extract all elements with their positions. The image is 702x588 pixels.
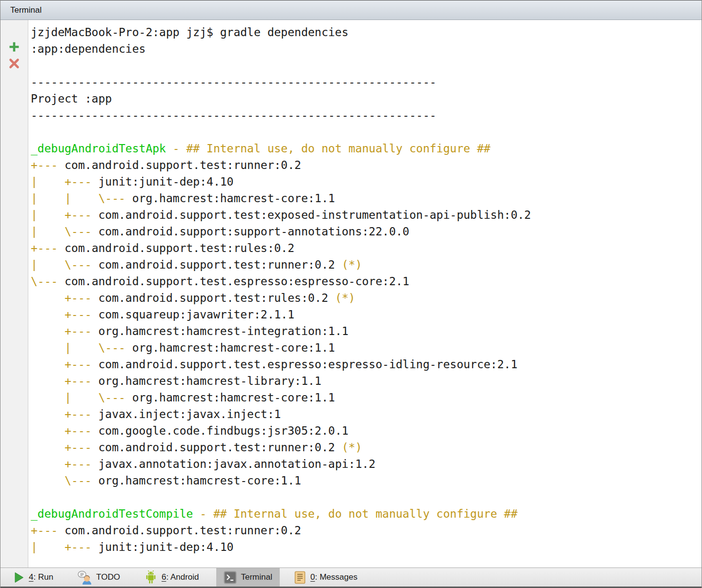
terminal-line: +--- com.android.support.test:runner:0.2: [31, 522, 702, 539]
terminal-button-label: Terminal: [241, 572, 272, 582]
terminal-line: | \--- org.hamcrest:hamcrest-core:1.1: [31, 389, 702, 406]
terminal-line: | | \--- org.hamcrest:hamcrest-core:1.1: [31, 190, 702, 207]
tool-window-title: Terminal: [10, 5, 41, 15]
terminal-line: :app:dependencies: [31, 41, 702, 57]
terminal-line: +--- com.android.support.test:runner:0.2…: [31, 439, 702, 456]
terminal-line: \--- com.android.support.test.espresso:e…: [31, 273, 702, 290]
terminal-side-toolbar: [0, 20, 28, 567]
messages-icon: [294, 571, 306, 584]
toolwindow-button-terminal[interactable]: Terminal: [216, 568, 280, 587]
terminal-line: ----------------------------------------…: [31, 74, 702, 90]
tool-window-body: jzjdeMacBook-Pro-2:app jzj$ gradle depen…: [0, 20, 702, 567]
terminal-line: +--- javax.inject:javax.inject:1: [31, 406, 702, 422]
toolwindow-button-messages[interactable]: 0: Messages: [287, 568, 365, 587]
terminal-line: | \--- com.android.support.test:runner:0…: [31, 256, 702, 273]
toolwindow-button-todo[interactable]: TODO: [70, 568, 127, 587]
terminal-line: [31, 57, 702, 74]
terminal-line: | +--- junit:junit-dep:4.10: [31, 539, 702, 555]
terminal-line: +--- com.android.support.test:rules:0.2: [31, 240, 702, 256]
toolwindow-button-run[interactable]: 4: Run: [5, 568, 61, 587]
terminal-line: +--- org.hamcrest:hamcrest-library:1.1: [31, 373, 702, 389]
terminal-line: _debugAndroidTestCompile - ## Internal u…: [31, 505, 702, 522]
terminal-line: | \--- com.android.support:support-annot…: [31, 223, 702, 240]
terminal-line: +--- org.hamcrest:hamcrest-integration:1…: [31, 323, 702, 339]
terminal-line: jzjdeMacBook-Pro-2:app jzj$ gradle depen…: [31, 24, 702, 41]
run-button-label: 4: Run: [29, 572, 53, 582]
android-icon: [145, 570, 157, 584]
terminal-icon: [224, 571, 237, 584]
tool-window-header: Terminal: [0, 0, 702, 20]
terminal-line: [31, 489, 702, 505]
todo-icon: [78, 570, 92, 585]
new-session-button[interactable]: [7, 40, 21, 54]
messages-button-label: 0: Messages: [310, 572, 357, 582]
terminal-line: +--- com.google.code.findbugs:jsr305:2.0…: [31, 422, 702, 439]
terminal-line: +--- javax.annotation:javax.annotation-a…: [31, 456, 702, 472]
android-button-label: 6: Android: [162, 572, 199, 582]
terminal-line: \--- org.hamcrest:hamcrest-core:1.1: [31, 472, 702, 489]
terminal-line: [31, 124, 702, 140]
terminal-line: | +--- junit:junit-dep:4.10: [31, 173, 702, 190]
terminal-tool-window: Terminal jzjdeMacBook-Pro-2:app jzj$ gra…: [0, 0, 702, 588]
terminal-output[interactable]: jzjdeMacBook-Pro-2:app jzj$ gradle depen…: [28, 20, 702, 567]
plus-icon: [8, 41, 21, 53]
terminal-line: | \--- org.hamcrest:hamcrest-core:1.1: [31, 339, 702, 356]
run-play-icon: [13, 571, 24, 584]
close-session-button[interactable]: [7, 56, 21, 71]
terminal-line: Project :app: [31, 90, 702, 107]
terminal-line: +--- com.android.support.test:runner:0.2: [31, 157, 702, 173]
todo-button-label: TODO: [96, 572, 120, 582]
terminal-line: +--- com.squareup:javawriter:2.1.1: [31, 306, 702, 323]
terminal-line: +--- com.android.support.test:rules:0.2 …: [31, 290, 702, 306]
toolwindow-button-android[interactable]: 6: Android: [137, 568, 206, 587]
close-icon: [8, 58, 20, 69]
terminal-line: ----------------------------------------…: [31, 107, 702, 124]
terminal-line: _debugAndroidTestApk - ## Internal use, …: [31, 140, 702, 157]
tool-window-bar: 4: Run TODO: [0, 567, 702, 588]
terminal-line: +--- com.android.support.test.espresso:e…: [31, 356, 702, 373]
terminal-line: | +--- com.android.support.test:exposed-…: [31, 207, 702, 223]
